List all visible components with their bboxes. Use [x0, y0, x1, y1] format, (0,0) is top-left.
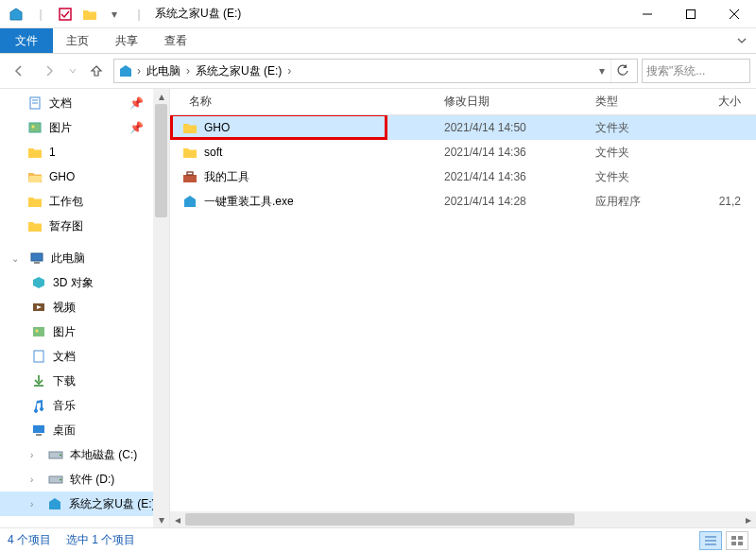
tab-share[interactable]: 共享	[102, 28, 151, 53]
minimize-button[interactable]	[626, 0, 669, 28]
qat-dropdown-icon[interactable]: ▾	[104, 4, 125, 25]
file-row[interactable]: 我的工具 2021/4/14 14:36 文件夹	[170, 164, 756, 189]
scroll-right-icon[interactable]: ▸	[741, 513, 756, 526]
scroll-down-icon[interactable]: ▾	[153, 512, 169, 527]
col-size[interactable]: 大小	[709, 94, 756, 110]
search-input[interactable]: 搜索"系统...	[642, 59, 750, 83]
scroll-thumb[interactable]	[155, 104, 167, 217]
sidebar-item-drive-c[interactable]: › 本地磁盘 (C:)	[0, 442, 153, 467]
svg-point-23	[60, 479, 61, 481]
window-controls	[626, 0, 756, 28]
svg-rect-25	[187, 172, 193, 175]
properties-icon[interactable]	[55, 4, 76, 25]
sidebar-item-desktop[interactable]: 桌面	[0, 418, 153, 442]
crumb-sep-icon[interactable]: ›	[184, 64, 192, 78]
sidebar-item-pictures[interactable]: 图片 📌	[0, 115, 153, 140]
col-type[interactable]: 类型	[586, 94, 709, 110]
ribbon-expand-icon[interactable]	[728, 28, 756, 53]
this-pc-icon	[28, 250, 45, 267]
scroll-left-icon[interactable]: ◂	[170, 513, 185, 526]
tree-label: 音乐	[53, 398, 76, 414]
file-date: 2021/4/14 14:28	[435, 195, 586, 208]
pictures-icon	[30, 323, 47, 340]
file-list: GHO 2021/4/14 14:50 文件夹 soft 2021/4/14 1…	[170, 115, 756, 511]
sidebar-scrollbar[interactable]: ▴ ▾	[153, 89, 169, 527]
tree-label: 图片	[53, 324, 76, 340]
sidebar-item-3d[interactable]: 3D 对象	[0, 270, 153, 295]
sidebar-item-this-pc[interactable]: ⌄ 此电脑	[0, 246, 153, 270]
sidebar-item-videos[interactable]: 视频	[0, 295, 153, 319]
crumb-this-pc[interactable]: 此电脑	[145, 63, 182, 79]
chevron-right-icon[interactable]: ›	[30, 499, 42, 509]
sidebar-item-pictures-pc[interactable]: 图片	[0, 319, 153, 344]
chevron-right-icon[interactable]: ›	[30, 450, 42, 460]
scroll-thumb[interactable]	[185, 513, 575, 526]
horizontal-scrollbar[interactable]: ◂ ▸	[170, 511, 756, 527]
refresh-button[interactable]	[610, 60, 633, 82]
app-icon[interactable]	[6, 4, 26, 25]
file-tab[interactable]: 文件	[0, 28, 53, 53]
sidebar-item-workpack[interactable]: 工作包	[0, 189, 153, 214]
folder-qat-icon[interactable]	[79, 4, 100, 25]
sidebar-item-drive-d[interactable]: › 软件 (D:)	[0, 467, 153, 492]
details-view-button[interactable]	[699, 531, 722, 550]
document-icon	[26, 95, 43, 112]
forward-button[interactable]	[36, 58, 62, 84]
crumb-sep-icon[interactable]: ›	[285, 64, 293, 78]
view-switcher	[699, 531, 748, 550]
file-row[interactable]: 一键重装工具.exe 2021/4/14 14:28 应用程序 21,2	[170, 189, 756, 214]
tab-home[interactable]: 主页	[53, 28, 102, 53]
pin-icon: 📌	[129, 121, 144, 134]
tree-label: 工作包	[49, 194, 83, 210]
file-row[interactable]: GHO 2021/4/14 14:50 文件夹	[170, 115, 756, 140]
sidebar-item-documents-pc[interactable]: 文档	[0, 344, 153, 369]
address-dropdown-icon[interactable]: ▾	[595, 64, 609, 78]
tree-label: 此电脑	[51, 250, 85, 267]
folder-icon	[181, 119, 198, 136]
close-button[interactable]	[713, 0, 756, 28]
chevron-right-icon[interactable]: ›	[30, 474, 42, 485]
nav-bar: › 此电脑 › 系统之家U盘 (E:) › ▾ 搜索"系统...	[0, 54, 756, 88]
folder-icon	[26, 217, 43, 234]
scroll-track[interactable]	[185, 511, 741, 527]
tree-label: 图片	[49, 120, 72, 136]
column-headers: 名称 修改日期 类型 大小	[170, 89, 756, 115]
sidebar-item-music[interactable]: 音乐	[0, 393, 153, 418]
desktop-icon	[30, 422, 47, 439]
sidebar-item-folder-1[interactable]: 1	[0, 140, 153, 164]
drive-icon	[47, 446, 64, 463]
tree-label: 暂存图	[49, 218, 83, 234]
maximize-button[interactable]	[669, 0, 713, 28]
svg-point-9	[32, 126, 35, 129]
col-date[interactable]: 修改日期	[435, 94, 586, 110]
nav-tree: 文档 📌 图片 📌 1 GHO 工作包 暂存图	[0, 89, 153, 527]
address-bar[interactable]: › 此电脑 › 系统之家U盘 (E:) › ▾	[113, 59, 638, 83]
svg-point-21	[60, 455, 61, 457]
up-button[interactable]	[83, 58, 110, 84]
crumb-sep-icon[interactable]: ›	[135, 64, 143, 78]
back-button[interactable]	[6, 58, 32, 84]
scroll-up-icon[interactable]: ▴	[153, 89, 169, 104]
folder-icon	[181, 144, 198, 161]
sidebar-item-documents[interactable]: 文档 📌	[0, 91, 153, 115]
tree-label: 文档	[53, 349, 76, 365]
file-name: 一键重装工具.exe	[204, 194, 294, 210]
crumb-drive[interactable]: 系统之家U盘 (E:)	[194, 63, 284, 79]
icons-view-button[interactable]	[726, 531, 748, 550]
sidebar-item-gho[interactable]: GHO	[0, 164, 153, 189]
chevron-down-icon[interactable]: ⌄	[11, 253, 23, 264]
sidebar-item-tempimg[interactable]: 暂存图	[0, 214, 153, 238]
quick-access-toolbar: | ▾ |	[0, 4, 149, 25]
file-date: 2021/4/14 14:36	[435, 170, 586, 183]
file-row[interactable]: soft 2021/4/14 14:36 文件夹	[170, 140, 756, 164]
col-name[interactable]: 名称	[170, 94, 435, 110]
sidebar-item-drive-e[interactable]: › 系统之家U盘 (E:)	[0, 492, 153, 516]
body: 文档 📌 图片 📌 1 GHO 工作包 暂存图	[0, 88, 756, 527]
sidebar-item-downloads[interactable]: 下载	[0, 369, 153, 393]
tree-label: 本地磁盘 (C:)	[70, 447, 137, 463]
svg-rect-16	[34, 351, 43, 362]
tab-view[interactable]: 查看	[151, 28, 200, 53]
svg-rect-32	[738, 542, 743, 545]
svg-rect-19	[36, 434, 42, 436]
recent-dropdown-icon[interactable]	[66, 58, 79, 84]
